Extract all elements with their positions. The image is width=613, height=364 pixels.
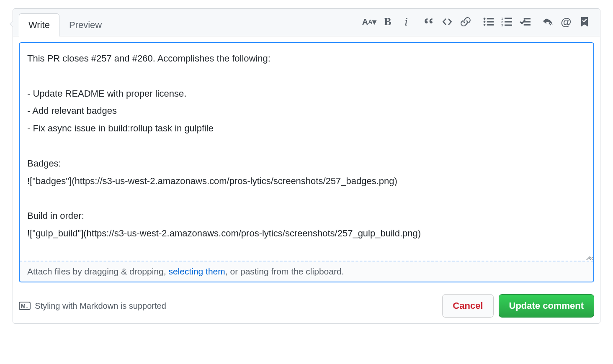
editor-wrap: Attach files by dragging & dropping, sel… xyxy=(19,42,594,282)
toolbar-group-block xyxy=(423,16,471,27)
mention-icon[interactable]: @ xyxy=(561,16,572,27)
formatting-toolbar: AA▾ B i 123 @ xyxy=(364,16,594,33)
bookmark-icon[interactable] xyxy=(579,16,590,27)
tab-write[interactable]: Write xyxy=(19,13,59,36)
toolbar-group-misc: @ xyxy=(542,16,590,27)
italic-icon[interactable]: i xyxy=(401,16,412,27)
svg-rect-13 xyxy=(524,21,531,22)
markdown-icon: M↓ xyxy=(19,302,31,310)
form-footer: M↓ Styling with Markdown is supported Ca… xyxy=(13,288,600,323)
comment-textarea[interactable] xyxy=(20,43,593,261)
svg-rect-7 xyxy=(505,18,512,19)
tabs: Write Preview xyxy=(19,13,111,36)
svg-rect-14 xyxy=(524,24,531,25)
select-files-link[interactable]: selecting them xyxy=(168,267,225,276)
attach-hint[interactable]: Attach files by dragging & dropping, sel… xyxy=(20,261,593,282)
svg-text:3: 3 xyxy=(501,23,503,27)
svg-rect-3 xyxy=(487,21,494,22)
task-list-icon[interactable] xyxy=(520,16,531,27)
unordered-list-icon[interactable] xyxy=(483,16,494,27)
code-icon[interactable] xyxy=(442,16,453,27)
cancel-button[interactable]: Cancel xyxy=(442,294,493,318)
svg-point-4 xyxy=(484,23,486,26)
update-comment-button[interactable]: Update comment xyxy=(499,294,594,318)
heading-icon[interactable]: AA▾ xyxy=(364,16,375,27)
quote-icon[interactable] xyxy=(423,16,434,27)
tab-preview[interactable]: Preview xyxy=(59,13,111,36)
tab-header: Write Preview AA▾ B i 123 @ xyxy=(13,9,600,36)
toolbar-group-lists: 123 xyxy=(483,16,531,27)
ordered-list-icon[interactable]: 123 xyxy=(501,16,512,27)
svg-rect-5 xyxy=(487,24,494,25)
attach-text-post: , or pasting from the clipboard. xyxy=(225,267,344,276)
svg-rect-9 xyxy=(505,21,512,22)
markdown-hint[interactable]: M↓ Styling with Markdown is supported xyxy=(19,301,166,311)
bold-icon[interactable]: B xyxy=(382,16,393,27)
svg-rect-12 xyxy=(524,18,531,19)
svg-point-0 xyxy=(484,18,486,20)
attach-text-pre: Attach files by dragging & dropping, xyxy=(27,267,168,276)
toolbar-group-text: AA▾ B i xyxy=(364,16,412,27)
markdown-hint-text: Styling with Markdown is supported xyxy=(35,301,166,311)
svg-rect-1 xyxy=(487,18,494,19)
svg-rect-11 xyxy=(505,24,512,26)
link-icon[interactable] xyxy=(460,16,471,27)
reply-icon[interactable] xyxy=(542,16,553,27)
editor-area: Attach files by dragging & dropping, sel… xyxy=(13,36,600,288)
svg-point-2 xyxy=(484,21,486,23)
comment-form: Write Preview AA▾ B i 123 @ xyxy=(13,8,600,324)
